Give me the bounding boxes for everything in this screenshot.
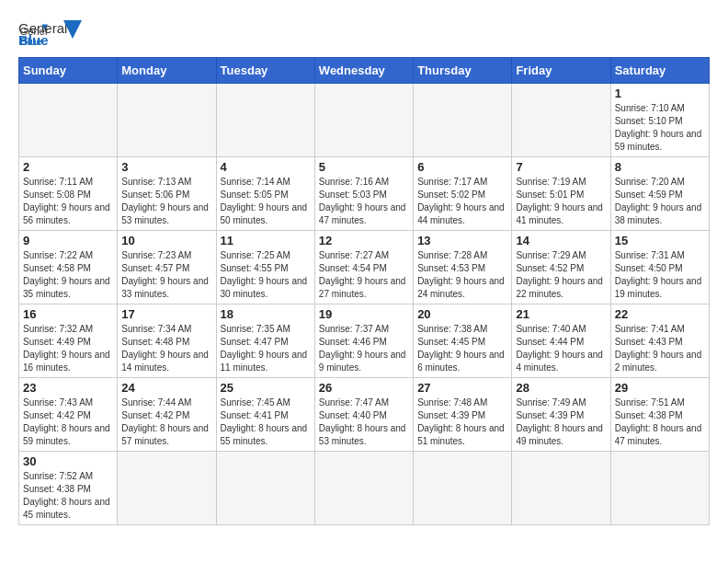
calendar-table: SundayMondayTuesdayWednesdayThursdayFrid… xyxy=(18,57,710,525)
cell-info: Sunrise: 7:49 AM Sunset: 4:39 PM Dayligh… xyxy=(516,396,606,448)
day-number: 4 xyxy=(221,160,311,174)
calendar-cell: 18Sunrise: 7:35 AM Sunset: 4:47 PM Dayli… xyxy=(216,304,314,378)
cell-info: Sunrise: 7:11 AM Sunset: 5:08 PM Dayligh… xyxy=(23,176,113,227)
cell-info: Sunrise: 7:22 AM Sunset: 4:58 PM Dayligh… xyxy=(23,249,113,301)
day-number: 30 xyxy=(23,454,113,468)
cell-info: Sunrise: 7:27 AM Sunset: 4:54 PM Dayligh… xyxy=(319,249,409,301)
calendar-cell: 1Sunrise: 7:10 AM Sunset: 5:10 PM Daylig… xyxy=(610,84,709,157)
calendar-cell: 30Sunrise: 7:52 AM Sunset: 4:38 PM Dayli… xyxy=(19,452,118,525)
day-number: 14 xyxy=(516,234,606,247)
day-number: 19 xyxy=(319,307,409,321)
calendar-cell xyxy=(19,84,118,157)
calendar-cell: 14Sunrise: 7:29 AM Sunset: 4:52 PM Dayli… xyxy=(512,231,610,304)
column-header-tuesday: Tuesday xyxy=(216,58,314,84)
day-number: 25 xyxy=(221,381,311,395)
column-header-wednesday: Wednesday xyxy=(314,58,413,84)
day-number: 22 xyxy=(615,307,705,321)
cell-info: Sunrise: 7:17 AM Sunset: 5:02 PM Dayligh… xyxy=(417,176,507,227)
calendar-week-row: 2Sunrise: 7:11 AM Sunset: 5:08 PM Daylig… xyxy=(19,157,710,231)
cell-info: Sunrise: 7:34 AM Sunset: 4:48 PM Dayligh… xyxy=(121,323,211,374)
cell-info: Sunrise: 7:23 AM Sunset: 4:57 PM Dayligh… xyxy=(121,249,211,301)
calendar-cell: 4Sunrise: 7:14 AM Sunset: 5:05 PM Daylig… xyxy=(216,157,314,231)
logo-blue-text: Blue xyxy=(18,32,67,48)
calendar-cell: 11Sunrise: 7:25 AM Sunset: 4:55 PM Dayli… xyxy=(216,231,314,304)
day-number: 10 xyxy=(121,234,211,247)
day-number: 6 xyxy=(417,160,507,174)
cell-info: Sunrise: 7:13 AM Sunset: 5:06 PM Dayligh… xyxy=(121,176,211,227)
cell-info: Sunrise: 7:35 AM Sunset: 4:47 PM Dayligh… xyxy=(221,323,311,374)
cell-info: Sunrise: 7:28 AM Sunset: 4:53 PM Dayligh… xyxy=(417,249,507,301)
calendar-header-row: SundayMondayTuesdayWednesdayThursdayFrid… xyxy=(19,58,710,84)
day-number: 17 xyxy=(121,307,211,321)
calendar-cell: 27Sunrise: 7:48 AM Sunset: 4:39 PM Dayli… xyxy=(414,378,512,452)
column-header-friday: Friday xyxy=(512,58,610,84)
cell-info: Sunrise: 7:41 AM Sunset: 4:43 PM Dayligh… xyxy=(615,323,705,374)
cell-info: Sunrise: 7:45 AM Sunset: 4:41 PM Dayligh… xyxy=(221,396,311,448)
calendar-cell: 15Sunrise: 7:31 AM Sunset: 4:50 PM Dayli… xyxy=(610,231,709,304)
cell-info: Sunrise: 7:16 AM Sunset: 5:03 PM Dayligh… xyxy=(319,176,409,227)
calendar-cell xyxy=(118,452,216,525)
calendar-cell: 28Sunrise: 7:49 AM Sunset: 4:39 PM Dayli… xyxy=(512,378,610,452)
logo-triangle-icon xyxy=(63,20,82,39)
day-number: 15 xyxy=(615,234,705,247)
calendar-cell: 17Sunrise: 7:34 AM Sunset: 4:48 PM Dayli… xyxy=(118,304,216,378)
cell-info: Sunrise: 7:25 AM Sunset: 4:55 PM Dayligh… xyxy=(221,249,311,301)
calendar-cell xyxy=(414,452,512,525)
calendar-cell: 24Sunrise: 7:44 AM Sunset: 4:42 PM Dayli… xyxy=(118,378,216,452)
calendar-cell: 22Sunrise: 7:41 AM Sunset: 4:43 PM Dayli… xyxy=(610,304,709,378)
calendar-cell: 10Sunrise: 7:23 AM Sunset: 4:57 PM Dayli… xyxy=(118,231,216,304)
calendar-cell xyxy=(216,452,314,525)
cell-info: Sunrise: 7:44 AM Sunset: 4:42 PM Dayligh… xyxy=(121,396,211,448)
day-number: 8 xyxy=(615,160,705,174)
day-number: 21 xyxy=(516,307,606,321)
day-number: 28 xyxy=(516,381,606,395)
day-number: 23 xyxy=(23,381,113,395)
calendar-cell xyxy=(216,84,314,157)
cell-info: Sunrise: 7:19 AM Sunset: 5:01 PM Dayligh… xyxy=(516,176,606,227)
calendar-cell xyxy=(314,84,413,157)
calendar-cell xyxy=(610,452,709,525)
calendar-week-row: 1Sunrise: 7:10 AM Sunset: 5:10 PM Daylig… xyxy=(19,84,710,157)
day-number: 26 xyxy=(319,381,409,395)
day-number: 3 xyxy=(121,160,211,174)
cell-info: Sunrise: 7:48 AM Sunset: 4:39 PM Dayligh… xyxy=(417,396,507,448)
page-header: General Blue General Blue xyxy=(18,18,710,48)
day-number: 1 xyxy=(615,86,705,100)
day-number: 29 xyxy=(615,381,705,395)
cell-info: Sunrise: 7:29 AM Sunset: 4:52 PM Dayligh… xyxy=(516,249,606,301)
cell-info: Sunrise: 7:31 AM Sunset: 4:50 PM Dayligh… xyxy=(615,249,705,301)
calendar-cell xyxy=(314,452,413,525)
calendar-cell: 20Sunrise: 7:38 AM Sunset: 4:45 PM Dayli… xyxy=(414,304,512,378)
calendar-cell: 12Sunrise: 7:27 AM Sunset: 4:54 PM Dayli… xyxy=(314,231,413,304)
calendar-cell xyxy=(512,84,610,157)
cell-info: Sunrise: 7:51 AM Sunset: 4:38 PM Dayligh… xyxy=(615,396,705,448)
calendar-week-row: 9Sunrise: 7:22 AM Sunset: 4:58 PM Daylig… xyxy=(19,231,710,304)
calendar-week-row: 16Sunrise: 7:32 AM Sunset: 4:49 PM Dayli… xyxy=(19,304,710,378)
calendar-cell: 9Sunrise: 7:22 AM Sunset: 4:58 PM Daylig… xyxy=(19,231,118,304)
calendar-cell: 3Sunrise: 7:13 AM Sunset: 5:06 PM Daylig… xyxy=(118,157,216,231)
column-header-sunday: Sunday xyxy=(19,58,118,84)
svg-marker-3 xyxy=(63,20,82,39)
calendar-cell xyxy=(512,452,610,525)
day-number: 13 xyxy=(417,234,507,247)
calendar-cell: 6Sunrise: 7:17 AM Sunset: 5:02 PM Daylig… xyxy=(414,157,512,231)
logo: General Blue General Blue xyxy=(18,18,82,48)
calendar-cell: 2Sunrise: 7:11 AM Sunset: 5:08 PM Daylig… xyxy=(19,157,118,231)
cell-info: Sunrise: 7:40 AM Sunset: 4:44 PM Dayligh… xyxy=(516,323,606,374)
day-number: 20 xyxy=(417,307,507,321)
calendar-cell xyxy=(118,84,216,157)
column-header-thursday: Thursday xyxy=(414,58,512,84)
calendar-cell: 13Sunrise: 7:28 AM Sunset: 4:53 PM Dayli… xyxy=(414,231,512,304)
calendar-cell: 7Sunrise: 7:19 AM Sunset: 5:01 PM Daylig… xyxy=(512,157,610,231)
cell-info: Sunrise: 7:52 AM Sunset: 4:38 PM Dayligh… xyxy=(23,470,113,522)
cell-info: Sunrise: 7:38 AM Sunset: 4:45 PM Dayligh… xyxy=(417,323,507,374)
calendar-cell: 23Sunrise: 7:43 AM Sunset: 4:42 PM Dayli… xyxy=(19,378,118,452)
calendar-cell: 8Sunrise: 7:20 AM Sunset: 4:59 PM Daylig… xyxy=(610,157,709,231)
calendar-week-row: 30Sunrise: 7:52 AM Sunset: 4:38 PM Dayli… xyxy=(19,452,710,525)
cell-info: Sunrise: 7:32 AM Sunset: 4:49 PM Dayligh… xyxy=(23,323,113,374)
cell-info: Sunrise: 7:47 AM Sunset: 4:40 PM Dayligh… xyxy=(319,396,409,448)
day-number: 12 xyxy=(319,234,409,247)
day-number: 27 xyxy=(417,381,507,395)
calendar-cell: 21Sunrise: 7:40 AM Sunset: 4:44 PM Dayli… xyxy=(512,304,610,378)
day-number: 11 xyxy=(221,234,311,247)
